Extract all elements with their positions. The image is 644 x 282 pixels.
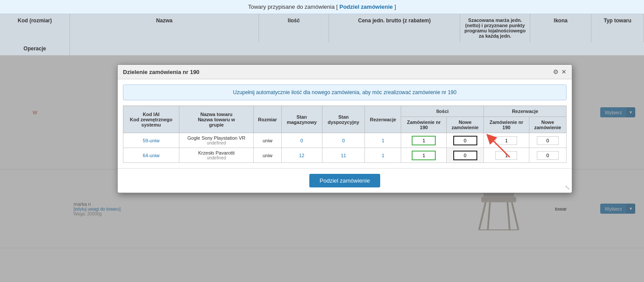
row1-rozmiar: uniw [254,133,281,148]
col-marza: Szacowana marża jedn. (netto) i przyznan… [460,14,530,42]
row2-stan-dysp: 11 [322,148,365,163]
col-kod: Kod (rozmiar) [0,14,70,42]
modal-info-banner: Uzupełnij automatycznie ilość dla nowego… [123,85,567,100]
row1-rez-nowe-input[interactable] [537,136,559,145]
th-rezerwacje-group: Rezerwacje [484,106,567,117]
row1-nazwa: Gogle Sony Playstation VR undefined [179,133,254,148]
row2-rez: 1 [365,148,401,163]
row2-rez-zam190-input[interactable] [495,151,517,160]
th-zam-190-1: Zamówienie nr190 [401,117,447,133]
row2-nowe-input[interactable] [453,151,477,160]
col-nazwa: Nazwa [70,14,259,42]
modal-icons: ⚙ ✕ [553,68,567,75]
modal-dialog: Dzielenie zamówienia nr 190 ⚙ ✕ Uzupełni… [117,64,572,193]
modal-footer: Podziel zamówienie [118,168,572,193]
top-banner: Towary przypisane do zamówienia [ Podzie… [0,0,644,14]
th-nowe-zam-2: Nowezamówienie [529,117,566,133]
row1-zam190-input[interactable] [412,136,436,145]
row1-nowe-zam[interactable] [447,133,484,148]
col-typ: Typ towaru [592,14,644,42]
row2-rez-nowe-input[interactable] [537,151,559,160]
row2-zam190-input[interactable] [412,151,436,160]
row2-nazwa: Krzesło Pavarotti undefined [179,148,254,163]
col-ikona: Ikona [530,14,592,42]
col-ilosc: Ilość [259,14,329,42]
modal-title-bar: Dzielenie zamówienia nr 190 ⚙ ✕ [118,65,572,79]
row1-rez-zam190[interactable] [484,133,529,148]
row2-kod[interactable]: 64-uniw [123,148,179,163]
podziel-link[interactable]: Podziel zamówienie [340,4,393,10]
row2-rez-nowe[interactable] [529,148,566,163]
row1-zam190[interactable] [401,133,447,148]
row2-nowe-zam[interactable] [447,148,484,163]
th-zam-190-2: Zamówienie nr190 [484,117,529,133]
podziel-zamowienie-button[interactable]: Podziel zamówienie [309,174,381,187]
th-stan-mag: Stanmagazynowy [281,106,322,133]
row1-rez-nowe[interactable] [529,133,566,148]
row1-stan-dysp: 0 [322,133,365,148]
modal-resize-handle[interactable]: ⤡ [565,184,570,191]
th-stan-dysp: Standyspozycyjny [322,106,365,133]
th-nowe-zam-1: Nowezamówienie [447,117,484,133]
th-rezerwacje: Rezerwacje [365,106,401,133]
row1-rez-zam190-input[interactable] [495,136,517,145]
table-row: 59-uniw Gogle Sony Playstation VR undefi… [123,133,567,148]
row1-rez: 1 [365,133,401,148]
row1-nowe-input[interactable] [453,136,477,145]
th-kod-iai: Kod IAIKod zewnętrznegosystemu [123,106,179,133]
banner-text-end: ] [394,4,396,10]
table-header: Kod (rozmiar) Nazwa Ilość Cena jedn. bru… [0,14,644,56]
banner-text: Towary przypisane do zamówienia [ [248,4,338,10]
row1-stan-mag: 0 [281,133,322,148]
row2-rez-zam190[interactable] [484,148,529,163]
col-operacje: Operacje [0,42,70,55]
col-cena: Cena jedn. brutto (z rabatem) [329,14,460,42]
row1-kod[interactable]: 59-uniw [123,133,179,148]
row2-rozmiar: uniw [254,148,281,163]
th-rozmiar: Rozmiar [254,106,281,133]
row2-zam190[interactable] [401,148,447,163]
row2-stan-mag: 12 [281,148,322,163]
modal-pin-icon[interactable]: ⚙ [553,68,559,75]
th-nazwa: Nazwa towaruNazwa towaru wgrupie [179,106,254,133]
modal-table: Kod IAIKod zewnętrznegosystemu Nazwa tow… [123,106,567,163]
info-banner-text: Uzupełnij automatycznie ilość dla nowego… [233,89,457,95]
th-ilosci: Ilości [401,106,484,117]
modal-title: Dzielenie zamówienia nr 190 [123,69,200,75]
modal-body: Uzupełnij automatycznie ilość dla nowego… [118,79,572,168]
modal-close-icon[interactable]: ✕ [561,68,567,75]
table-row: 64-uniw Krzesło Pavarotti undefined uniw… [123,148,567,163]
